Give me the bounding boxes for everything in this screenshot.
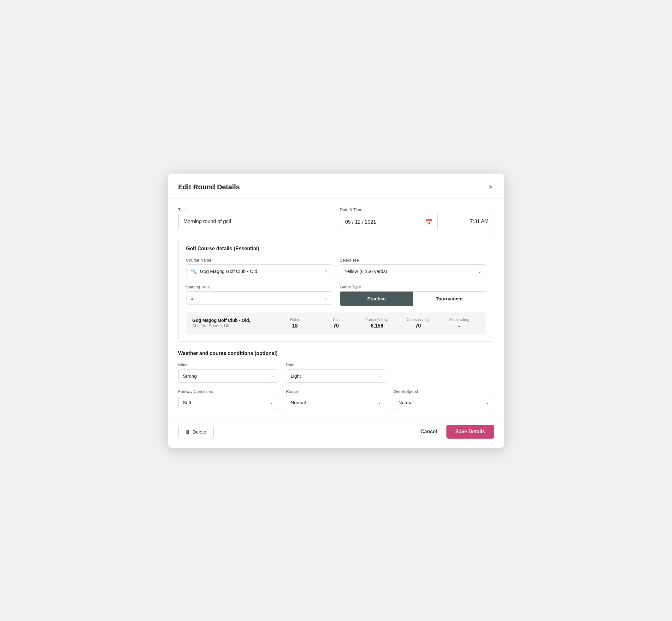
green-speed-label: Green Speed	[394, 389, 494, 394]
time-input[interactable]: 7:31 AM	[437, 214, 494, 230]
fairway-dropdown[interactable]: Soft ⌄	[178, 396, 279, 409]
course-rating-value: 70	[397, 323, 438, 329]
course-rating-label: Course rating	[397, 318, 438, 322]
par-value: 70	[316, 323, 356, 329]
save-button[interactable]: Save Details	[447, 425, 494, 439]
green-speed-dropdown[interactable]: Normal ⌄	[394, 396, 494, 409]
edit-round-modal: Edit Round Details × Title Date & Time 0…	[168, 173, 504, 448]
rough-value: Normal	[291, 400, 306, 405]
course-stat-par: Par 70	[316, 318, 356, 329]
delete-button[interactable]: 🗑 Delete	[178, 425, 214, 439]
date-input[interactable]: 05 / 12 / 2021 📅	[340, 214, 437, 230]
green-speed-group: Green Speed Normal ⌄	[394, 389, 494, 409]
title-label: Title	[178, 207, 333, 212]
wind-rain-row: Wind Strong ⌄ Rain Light ⌄	[178, 363, 494, 383]
tournament-button[interactable]: Tournament	[413, 292, 486, 306]
hole-row: Starting Hole 1 ⌄ Game Type Practice Tou…	[186, 285, 486, 306]
rain-value: Light	[291, 373, 301, 379]
modal-title: Edit Round Details	[178, 183, 240, 191]
chevron-down-icon: ⌄	[270, 373, 274, 378]
chevron-down-icon: ⌄	[486, 400, 489, 405]
holes-label: Holes	[275, 318, 316, 322]
yards-value: 6,156	[356, 323, 397, 329]
golf-section-title: Golf Course details (Essential)	[186, 246, 486, 251]
green-speed-value: Normal	[398, 400, 414, 405]
slope-rating-label: Slope rating	[438, 318, 479, 322]
weather-title: Weather and course conditions (optional)	[178, 350, 494, 356]
title-field-group: Title	[178, 207, 333, 230]
fairway-value: Soft	[183, 400, 192, 405]
top-row: Title Date & Time 05 / 12 / 2021 📅 7:31 …	[178, 207, 494, 230]
chevron-down-icon: ⌄	[270, 400, 274, 405]
wind-dropdown[interactable]: Strong ⌄	[178, 369, 279, 383]
wind-value: Strong	[183, 373, 197, 379]
course-stat-holes: Holes 18	[275, 318, 316, 329]
gametype-group: Game Type Practice Tournament	[340, 285, 486, 306]
title-input[interactable]	[178, 214, 333, 229]
fairway-label: Fairway Conditions	[178, 389, 279, 394]
chevron-down-icon: ⌄	[378, 373, 381, 378]
rough-group: Rough Normal ⌄	[286, 389, 386, 409]
modal-footer: 🗑 Delete Cancel Save Details	[168, 418, 504, 448]
fairway-group: Fairway Conditions Soft ⌄	[178, 389, 279, 409]
course-info-name: Gog Magog Golf Club - Old, Shelford Bott…	[193, 318, 275, 328]
game-type-toggle: Practice Tournament	[340, 291, 486, 306]
tee-group: Select Tee Yellow (6,156 yards) ⌄	[340, 258, 486, 278]
chevron-down-icon: ⌄	[478, 268, 481, 274]
date-text: 05 / 12 / 2021	[345, 219, 421, 225]
rain-label: Rain	[286, 363, 386, 367]
rain-dropdown[interactable]: Light ⌄	[286, 369, 386, 383]
course-name-text: Gog Magog Golf Club - Old	[200, 268, 322, 274]
select-tee-label: Select Tee	[340, 258, 486, 262]
golf-course-section: Golf Course details (Essential) Course N…	[178, 238, 494, 342]
course-info-row: Gog Magog Golf Club - Old, Shelford Bott…	[186, 313, 486, 334]
starting-hole-dropdown[interactable]: 1 ⌄	[186, 291, 333, 305]
chevron-down-icon: ⌄	[324, 295, 328, 300]
close-button[interactable]: ×	[488, 182, 494, 192]
rough-dropdown[interactable]: Normal ⌄	[286, 396, 386, 409]
rain-group: Rain Light ⌄	[286, 363, 386, 383]
par-label: Par	[316, 318, 356, 322]
course-stat-course-rating: Course rating 70	[397, 318, 438, 329]
course-name-group: Course Name 🔍 Gog Magog Golf Club - Old …	[186, 258, 333, 278]
clear-icon[interactable]: ×	[325, 268, 328, 274]
datetime-inputs: 05 / 12 / 2021 📅 7:31 AM	[340, 214, 494, 230]
modal-body: Title Date & Time 05 / 12 / 2021 📅 7:31 …	[168, 199, 504, 409]
time-text: 7:31 AM	[470, 219, 489, 224]
course-main-name: Gog Magog Golf Club - Old,	[193, 318, 275, 323]
rough-label: Rough	[286, 389, 386, 394]
modal-header: Edit Round Details ×	[168, 173, 504, 199]
datetime-label: Date & Time	[340, 207, 494, 212]
practice-button[interactable]: Practice	[340, 292, 413, 306]
chevron-down-icon: ⌄	[378, 400, 381, 405]
course-row: Course Name 🔍 Gog Magog Golf Club - Old …	[186, 258, 486, 278]
slope-rating-value: -	[438, 323, 479, 329]
wind-label: Wind	[178, 363, 279, 367]
wind-group: Wind Strong ⌄	[178, 363, 279, 383]
game-type-label: Game Type	[340, 285, 486, 289]
weather-section: Weather and course conditions (optional)…	[178, 350, 494, 409]
search-icon: 🔍	[191, 268, 197, 274]
trash-icon: 🗑	[185, 429, 190, 434]
course-name-label: Course Name	[186, 258, 333, 262]
footer-right: Cancel Save Details	[417, 425, 494, 439]
select-tee-dropdown[interactable]: Yellow (6,156 yards) ⌄	[340, 264, 486, 278]
starting-hole-value: 1	[191, 295, 194, 301]
cancel-button[interactable]: Cancel	[417, 425, 440, 439]
yards-label: Yards(Yellow)	[356, 318, 397, 322]
starting-hole-group: Starting Hole 1 ⌄	[186, 285, 333, 306]
course-stat-slope-rating: Slope rating -	[438, 318, 479, 329]
starting-hole-label: Starting Hole	[186, 285, 333, 289]
course-name-input[interactable]: 🔍 Gog Magog Golf Club - Old ×	[186, 264, 333, 278]
course-stat-yards: Yards(Yellow) 6,156	[356, 318, 397, 329]
calendar-icon: 📅	[425, 219, 432, 225]
conditions-row: Fairway Conditions Soft ⌄ Rough Normal ⌄…	[178, 389, 494, 409]
course-location: Shelford Bottom, UK	[193, 323, 275, 328]
delete-label: Delete	[193, 429, 206, 434]
holes-value: 18	[275, 323, 316, 329]
select-tee-value: Yellow (6,156 yards)	[344, 268, 387, 274]
datetime-field-group: Date & Time 05 / 12 / 2021 📅 7:31 AM	[340, 207, 494, 230]
spacer	[394, 363, 494, 383]
